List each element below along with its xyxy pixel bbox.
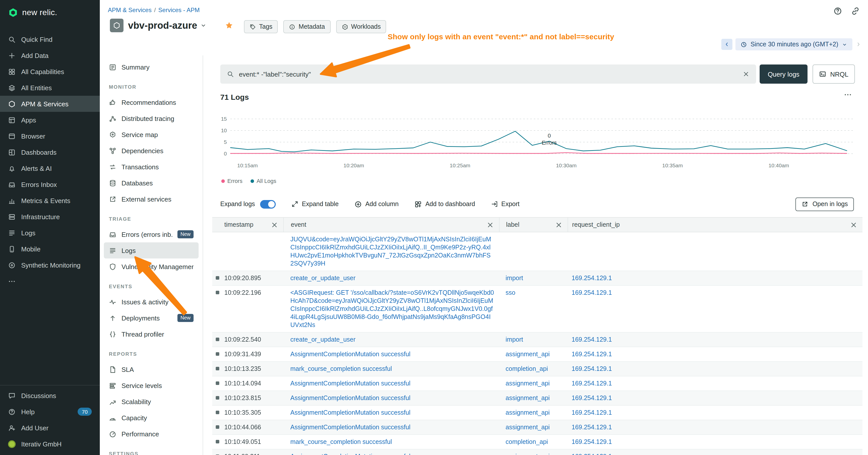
- add-to-dashboard-button[interactable]: Add to dashboard: [414, 200, 475, 208]
- log-ip-link[interactable]: [567, 232, 863, 270]
- log-ip-link[interactable]: 169.254.129.1: [567, 405, 863, 420]
- logs-query-input[interactable]: event:* -"label":"security": [220, 65, 756, 84]
- log-event-link[interactable]: AssignmentCompletionMutation successful: [283, 405, 499, 420]
- add-column-button[interactable]: Add column: [354, 200, 399, 208]
- log-row[interactable]: 10:10:35.305AssignmentCompletionMutation…: [212, 405, 863, 420]
- log-ip-link[interactable]: 169.254.129.1: [567, 391, 863, 405]
- subnav-item-service-map[interactable]: Service map: [104, 127, 198, 142]
- clear-query-icon[interactable]: [743, 70, 749, 77]
- remove-column-icon[interactable]: [487, 221, 499, 228]
- nav-item-apm-services[interactable]: APM & Services: [0, 96, 100, 112]
- nav-item-infrastructure[interactable]: Infrastructure: [0, 208, 100, 225]
- nav-item-dots[interactable]: [0, 273, 100, 289]
- log-label-link[interactable]: import: [499, 271, 567, 285]
- log-event-link[interactable]: AssignmentCompletionMutation successful: [283, 377, 499, 390]
- nav-footer-help[interactable]: Help70: [0, 403, 100, 420]
- log-label-link[interactable]: import: [499, 332, 567, 347]
- log-event-link[interactable]: AssignmentCompletionMutation successful: [283, 420, 499, 434]
- log-row[interactable]: 10:09:20.895create_or_update_userimport1…: [212, 271, 863, 286]
- log-event-link[interactable]: AssignmentCompletionMutation successful: [283, 391, 499, 405]
- remove-column-icon[interactable]: [271, 221, 283, 228]
- subnav-item-dependencies[interactable]: Dependencies: [104, 142, 198, 159]
- log-ip-link[interactable]: 169.254.129.1: [567, 347, 863, 361]
- log-ip-link[interactable]: 169.254.129.1: [567, 377, 863, 390]
- log-ip-link[interactable]: 169.254.129.1: [567, 450, 863, 455]
- log-label-link[interactable]: assignment_api: [499, 405, 567, 420]
- subnav-item-deployments[interactable]: DeploymentsNew: [104, 310, 198, 326]
- subnav-item-transactions[interactable]: Transactions: [104, 159, 198, 175]
- nav-item-quick-find[interactable]: Quick Find: [0, 31, 100, 47]
- nav-item-alerts-ai[interactable]: Alerts & AI: [0, 160, 100, 176]
- nav-item-dashboards[interactable]: Dashboards: [0, 144, 100, 160]
- subnav-item-errors-errors-inb[interactable]: Errors (errors inb...New: [104, 226, 198, 242]
- expand-table-button[interactable]: Expand table: [291, 200, 339, 207]
- workloads-button[interactable]: Workloads: [336, 20, 386, 33]
- log-event-link[interactable]: mark_course_completion successful: [283, 362, 499, 376]
- log-event-link[interactable]: <ASGIRequest: GET '/sso/callback/?state=…: [283, 286, 499, 332]
- log-label-link[interactable]: completion_api: [499, 435, 567, 449]
- column-header-timestamp[interactable]: timestamp: [212, 218, 283, 232]
- subnav-item-distributed-tracing[interactable]: Distributed tracing: [104, 110, 198, 127]
- log-label-link[interactable]: assignment_api: [499, 420, 567, 434]
- breadcrumb-services-apm[interactable]: Services - APM: [158, 6, 199, 13]
- nav-item-add-data[interactable]: Add Data: [0, 47, 100, 64]
- entity-name[interactable]: vbv-prod-azure: [128, 20, 197, 31]
- expand-logs-toggle[interactable]: [260, 200, 276, 208]
- subnav-item-summary[interactable]: Summary: [104, 59, 198, 75]
- breadcrumb-apm-services[interactable]: APM & Services: [108, 6, 152, 13]
- tags-button[interactable]: Tags: [244, 20, 278, 33]
- log-row[interactable]: 10:10:14.094AssignmentCompletionMutation…: [212, 377, 863, 391]
- time-back-button[interactable]: [721, 39, 733, 50]
- nav-footer-add-user[interactable]: Add User: [0, 420, 100, 436]
- legend-item-errors[interactable]: Errors: [221, 178, 243, 184]
- entity-switcher-chevron-icon[interactable]: [200, 22, 207, 29]
- nav-item-errors-inbox[interactable]: Errors Inbox: [0, 176, 100, 193]
- log-event-link[interactable]: JUQVU&code=eyJraWQiOiJjcGltY29yZV8wOTl1M…: [283, 232, 499, 270]
- time-picker[interactable]: Since 30 minutes ago (GMT+2): [736, 38, 852, 51]
- subnav-item-performance[interactable]: Performance: [104, 426, 198, 442]
- subnav-item-external-services[interactable]: External services: [104, 191, 198, 207]
- log-row[interactable]: 10:09:31.439AssignmentCompletionMutation…: [212, 347, 863, 362]
- subnav-item-logs[interactable]: Logs: [104, 242, 198, 259]
- log-row[interactable]: 10:09:22.196<ASGIRequest: GET '/sso/call…: [212, 286, 863, 332]
- nav-item-metrics-events[interactable]: Metrics & Events: [0, 193, 100, 208]
- brand[interactable]: new relic.: [0, 0, 100, 25]
- log-row[interactable]: 10:10:49.051mark_course_completion succe…: [212, 435, 863, 450]
- log-ip-link[interactable]: 169.254.129.1: [567, 332, 863, 347]
- log-event-link[interactable]: mark_course_completion successful: [283, 435, 499, 449]
- nrql-button[interactable]: NRQL: [812, 65, 855, 84]
- column-header-event[interactable]: event: [283, 218, 499, 232]
- log-label-link[interactable]: sso: [499, 286, 567, 332]
- nav-item-browser[interactable]: Browser: [0, 128, 100, 144]
- log-ip-link[interactable]: 169.254.129.1: [567, 420, 863, 434]
- log-ip-link[interactable]: 169.254.129.1: [567, 435, 863, 449]
- nav-item-all-entities[interactable]: All Entities: [0, 79, 100, 96]
- log-label-link[interactable]: completion_api: [499, 362, 567, 376]
- log-row[interactable]: 10:10:23.815AssignmentCompletionMutation…: [212, 391, 863, 405]
- log-label-link[interactable]: assignment_api: [499, 347, 567, 361]
- open-in-logs-button[interactable]: Open in logs: [796, 197, 854, 211]
- help-circle-icon[interactable]: [833, 6, 842, 15]
- log-row[interactable]: JUQVU&code=eyJraWQiOiJjcGltY29yZV8wOTl1M…: [212, 232, 863, 271]
- log-label-link[interactable]: [499, 232, 567, 270]
- log-ip-link[interactable]: 169.254.129.1: [567, 271, 863, 285]
- permalink-icon[interactable]: [851, 6, 860, 15]
- column-header-request_client_ip[interactable]: request_client_ip: [567, 218, 863, 232]
- log-event-link[interactable]: create_or_update_user: [283, 332, 499, 347]
- export-button[interactable]: Export: [491, 200, 520, 207]
- subnav-item-sla[interactable]: SLA: [104, 361, 198, 378]
- log-event-link[interactable]: AssignmentCompletionMutation successful: [283, 450, 499, 455]
- legend-item-all-logs[interactable]: All Logs: [250, 178, 276, 184]
- query-logs-button[interactable]: Query logs: [760, 65, 807, 84]
- remove-column-icon[interactable]: [850, 221, 863, 228]
- log-label-link[interactable]: assignment_api: [499, 377, 567, 390]
- nav-item-all-capabilities[interactable]: All Capabilities: [0, 64, 100, 79]
- log-label-link[interactable]: assignment_api: [499, 450, 567, 455]
- column-header-label[interactable]: label: [499, 218, 567, 232]
- remove-column-icon[interactable]: [555, 221, 567, 228]
- log-row[interactable]: 10:10:13.235mark_course_completion succe…: [212, 362, 863, 377]
- subnav-item-scalability[interactable]: Scalability: [104, 393, 198, 410]
- metadata-button[interactable]: Metadata: [283, 20, 331, 33]
- subnav-item-issues-activity[interactable]: Issues & activity: [104, 294, 198, 310]
- nav-item-synthetic-monitoring[interactable]: Synthetic Monitoring: [0, 257, 100, 273]
